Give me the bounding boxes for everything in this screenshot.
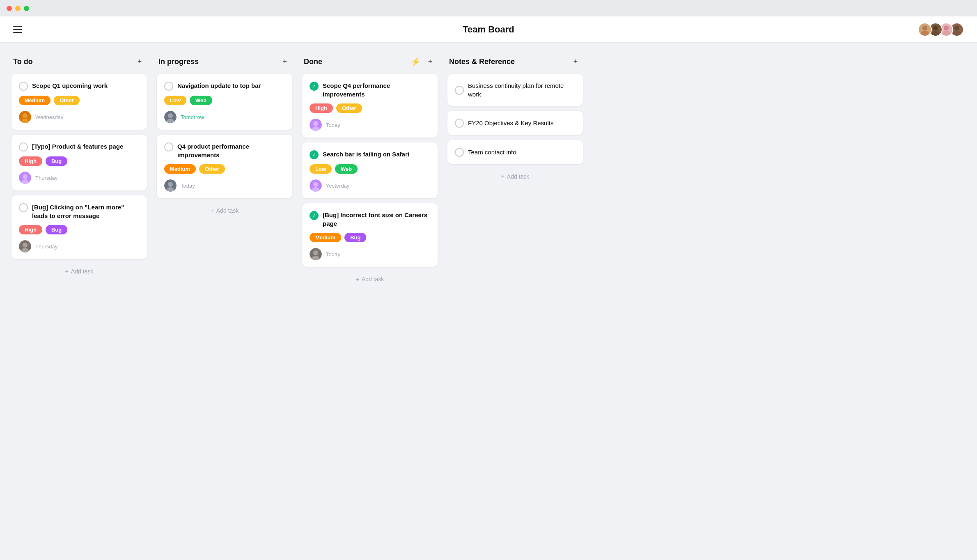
column-title: Notes & Reference (449, 57, 515, 66)
card-c3[interactable]: [Bug] Clicking on "Learn more" leads to … (11, 195, 147, 259)
svg-point-21 (168, 182, 173, 187)
note-title: Business continuity plan for remote work (468, 81, 576, 99)
note-card-n1[interactable]: Business continuity plan for remote work (447, 74, 583, 106)
tag-web: Web (190, 96, 212, 105)
avatar (310, 119, 322, 131)
svg-point-1 (921, 30, 929, 36)
check-icon[interactable]: ✓ (310, 211, 319, 220)
check-icon[interactable] (164, 82, 173, 91)
close-button[interactable] (7, 6, 12, 11)
check-icon[interactable] (19, 142, 28, 151)
page-title: Team Board (463, 24, 514, 35)
card-c6[interactable]: ✓ Scope Q4 performance improvements High… (302, 74, 438, 138)
minimize-button[interactable] (15, 6, 21, 11)
note-card-n3[interactable]: Team contact info (447, 140, 583, 164)
column-done: Done ⚡ + ✓ Scope Q4 performance improvem… (302, 56, 438, 287)
card-date: Wednesday (35, 114, 63, 120)
card-title: Scope Q1 upcoming work (32, 81, 108, 90)
card-date: Tomorrow (181, 114, 204, 120)
add-task-label: Add task (362, 276, 384, 282)
note-card-n2[interactable]: FY20 Objectives & Key Results (447, 111, 583, 135)
tag-high: High (19, 156, 42, 166)
board: To do + Scope Q1 upcoming work MediumOth… (11, 56, 966, 287)
avatar-1[interactable] (918, 23, 932, 37)
column-notes: Notes & Reference + Business continuity … (447, 56, 583, 184)
avatar (310, 179, 322, 192)
column-header-done: Done ⚡ + (302, 56, 438, 67)
add-column-item-button[interactable]: + (424, 56, 436, 67)
card-date: Today (181, 183, 195, 189)
card-c7[interactable]: ✓ Search bar is failing on Safari LowWeb… (302, 142, 438, 198)
titlebar (0, 0, 977, 16)
tag-other: Other (199, 164, 225, 174)
check-icon[interactable] (455, 148, 464, 157)
svg-point-6 (954, 25, 959, 30)
avatars-group (918, 23, 964, 37)
header: Team Board (0, 16, 977, 43)
column-title: To do (13, 57, 33, 66)
tag-low: Low (164, 96, 186, 105)
flash-icon: ⚡ (410, 56, 421, 67)
add-task-button[interactable]: + Add task (447, 169, 583, 184)
column-title: In progress (158, 57, 199, 66)
card-date: Yesterday (326, 183, 349, 189)
svg-point-15 (23, 243, 28, 248)
add-icon: + (65, 268, 69, 275)
avatar (164, 179, 177, 192)
card-date: Today (326, 122, 340, 128)
svg-point-18 (168, 113, 173, 118)
avatar (19, 240, 31, 252)
card-date: Today (326, 251, 340, 257)
card-c5[interactable]: Q4 product performance improvements Medi… (157, 135, 292, 198)
svg-point-3 (931, 30, 939, 36)
add-task-button[interactable]: + Add task (157, 203, 292, 218)
check-icon[interactable] (455, 119, 464, 128)
avatar (164, 111, 177, 123)
column-actions: + (279, 56, 291, 67)
check-icon[interactable] (455, 86, 464, 95)
svg-point-4 (944, 25, 949, 30)
add-column-item-button[interactable]: + (279, 56, 291, 67)
svg-point-24 (313, 121, 318, 126)
svg-point-0 (922, 25, 927, 30)
card-c4[interactable]: Navigation update to top bar LowWeb Tomo… (157, 74, 292, 130)
add-icon: + (211, 207, 214, 214)
check-icon[interactable]: ✓ (310, 82, 319, 91)
check-icon[interactable]: ✓ (310, 150, 319, 159)
avatar (19, 111, 31, 123)
column-header-inprogress: In progress + (157, 56, 292, 67)
card-title: [Bug] Clicking on "Learn more" leads to … (32, 203, 140, 220)
add-task-label: Add task (71, 268, 93, 275)
tag-medium: Medium (310, 233, 341, 242)
card-date: Thursday (35, 175, 57, 181)
column-actions: + (134, 56, 145, 67)
maximize-button[interactable] (24, 6, 29, 11)
svg-point-30 (313, 250, 318, 255)
hamburger-menu[interactable] (13, 26, 22, 33)
card-title: Scope Q4 performance improvements (323, 81, 430, 99)
board-container: To do + Scope Q1 upcoming work MediumOth… (0, 43, 977, 300)
add-task-button[interactable]: + Add task (302, 272, 438, 287)
card-c2[interactable]: [Typo] Product & features page HighBug T… (11, 135, 147, 190)
tag-bug: Bug (46, 156, 67, 166)
column-inprogress: In progress + Navigation update to top b… (157, 56, 292, 218)
card-title: Navigation update to top bar (177, 81, 261, 90)
add-column-item-button[interactable]: + (570, 56, 581, 67)
card-title: [Bug] Incorrect font size on Careers pag… (323, 211, 430, 228)
add-task-button[interactable]: + Add task (11, 264, 147, 279)
card-c8[interactable]: ✓ [Bug] Incorrect font size on Careers p… (302, 203, 438, 267)
check-icon[interactable] (19, 82, 28, 91)
tag-other: Other (54, 96, 80, 105)
add-task-label: Add task (507, 173, 529, 180)
card-c1[interactable]: Scope Q1 upcoming work MediumOther Wedne… (11, 74, 147, 130)
tag-high: High (19, 225, 42, 234)
avatar (310, 248, 322, 260)
tag-medium: Medium (19, 96, 50, 105)
check-icon[interactable] (164, 142, 173, 151)
check-icon[interactable] (19, 203, 28, 212)
column-header-todo: To do + (11, 56, 147, 67)
svg-point-27 (313, 182, 318, 187)
add-column-item-button[interactable]: + (134, 56, 145, 67)
column-todo: To do + Scope Q1 upcoming work MediumOth… (11, 56, 147, 279)
card-date: Thursday (35, 243, 57, 250)
